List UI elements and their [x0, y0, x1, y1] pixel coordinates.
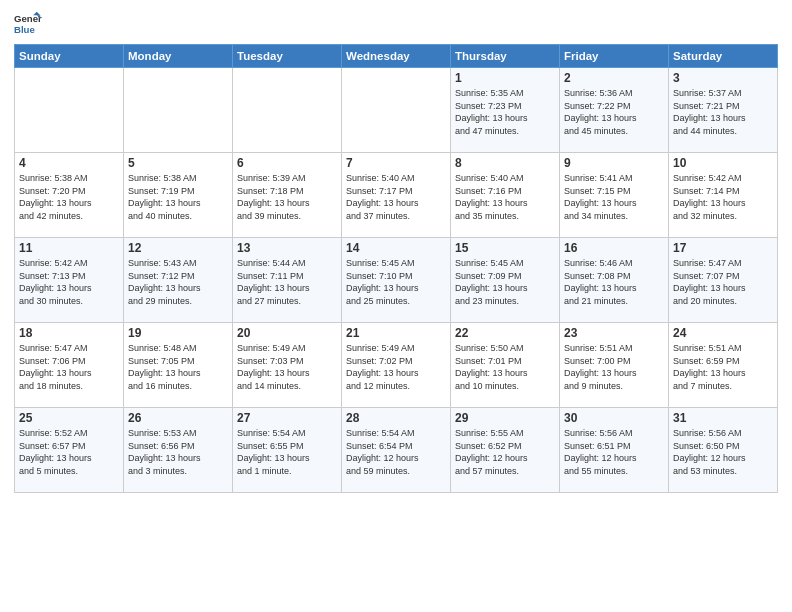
- day-info: Daylight: 13 hours: [128, 367, 228, 380]
- day-info: Sunset: 7:13 PM: [19, 270, 119, 283]
- day-cell: 16Sunrise: 5:46 AMSunset: 7:08 PMDayligh…: [560, 238, 669, 323]
- day-number: 18: [19, 326, 119, 340]
- day-info: Daylight: 13 hours: [346, 282, 446, 295]
- day-cell: [124, 68, 233, 153]
- day-cell: 5Sunrise: 5:38 AMSunset: 7:19 PMDaylight…: [124, 153, 233, 238]
- day-number: 2: [564, 71, 664, 85]
- day-info: and 34 minutes.: [564, 210, 664, 223]
- day-info: and 59 minutes.: [346, 465, 446, 478]
- day-info: and 29 minutes.: [128, 295, 228, 308]
- day-info: and 30 minutes.: [19, 295, 119, 308]
- day-number: 22: [455, 326, 555, 340]
- day-info: Daylight: 13 hours: [564, 197, 664, 210]
- day-info: Sunset: 7:06 PM: [19, 355, 119, 368]
- day-number: 10: [673, 156, 773, 170]
- day-info: Sunrise: 5:39 AM: [237, 172, 337, 185]
- day-cell: 19Sunrise: 5:48 AMSunset: 7:05 PMDayligh…: [124, 323, 233, 408]
- page-container: General Blue SundayMondayTuesdayWednesda…: [0, 0, 792, 612]
- day-info: Sunrise: 5:51 AM: [673, 342, 773, 355]
- day-info: Sunrise: 5:55 AM: [455, 427, 555, 440]
- day-cell: [342, 68, 451, 153]
- week-row-5: 25Sunrise: 5:52 AMSunset: 6:57 PMDayligh…: [15, 408, 778, 493]
- day-info: Sunrise: 5:56 AM: [673, 427, 773, 440]
- day-cell: 20Sunrise: 5:49 AMSunset: 7:03 PMDayligh…: [233, 323, 342, 408]
- day-info: and 23 minutes.: [455, 295, 555, 308]
- day-info: Sunset: 7:05 PM: [128, 355, 228, 368]
- day-info: and 3 minutes.: [128, 465, 228, 478]
- day-info: Sunrise: 5:38 AM: [19, 172, 119, 185]
- day-info: Daylight: 13 hours: [564, 112, 664, 125]
- day-info: Sunrise: 5:45 AM: [455, 257, 555, 270]
- col-header-thursday: Thursday: [451, 45, 560, 68]
- day-info: Sunset: 6:55 PM: [237, 440, 337, 453]
- day-info: Sunset: 7:02 PM: [346, 355, 446, 368]
- day-info: Sunrise: 5:38 AM: [128, 172, 228, 185]
- day-number: 28: [346, 411, 446, 425]
- day-info: Sunset: 7:17 PM: [346, 185, 446, 198]
- day-info: Sunrise: 5:48 AM: [128, 342, 228, 355]
- day-info: Sunset: 6:51 PM: [564, 440, 664, 453]
- day-info: and 57 minutes.: [455, 465, 555, 478]
- col-header-saturday: Saturday: [669, 45, 778, 68]
- day-info: Daylight: 13 hours: [673, 112, 773, 125]
- day-number: 20: [237, 326, 337, 340]
- day-number: 23: [564, 326, 664, 340]
- day-number: 8: [455, 156, 555, 170]
- day-info: and 27 minutes.: [237, 295, 337, 308]
- day-cell: 10Sunrise: 5:42 AMSunset: 7:14 PMDayligh…: [669, 153, 778, 238]
- day-number: 5: [128, 156, 228, 170]
- day-cell: 18Sunrise: 5:47 AMSunset: 7:06 PMDayligh…: [15, 323, 124, 408]
- day-number: 6: [237, 156, 337, 170]
- day-info: Daylight: 13 hours: [564, 367, 664, 380]
- day-info: and 14 minutes.: [237, 380, 337, 393]
- day-info: Sunrise: 5:49 AM: [346, 342, 446, 355]
- day-cell: 6Sunrise: 5:39 AMSunset: 7:18 PMDaylight…: [233, 153, 342, 238]
- day-cell: 31Sunrise: 5:56 AMSunset: 6:50 PMDayligh…: [669, 408, 778, 493]
- day-info: Sunset: 7:12 PM: [128, 270, 228, 283]
- day-cell: 4Sunrise: 5:38 AMSunset: 7:20 PMDaylight…: [15, 153, 124, 238]
- day-info: Sunrise: 5:37 AM: [673, 87, 773, 100]
- day-cell: 15Sunrise: 5:45 AMSunset: 7:09 PMDayligh…: [451, 238, 560, 323]
- day-info: Sunrise: 5:52 AM: [19, 427, 119, 440]
- day-info: Sunset: 6:56 PM: [128, 440, 228, 453]
- day-info: Sunrise: 5:42 AM: [19, 257, 119, 270]
- day-info: Sunset: 7:19 PM: [128, 185, 228, 198]
- day-info: and 20 minutes.: [673, 295, 773, 308]
- day-cell: 27Sunrise: 5:54 AMSunset: 6:55 PMDayligh…: [233, 408, 342, 493]
- day-info: Sunset: 7:16 PM: [455, 185, 555, 198]
- col-header-tuesday: Tuesday: [233, 45, 342, 68]
- day-info: Daylight: 12 hours: [346, 452, 446, 465]
- day-info: Daylight: 12 hours: [455, 452, 555, 465]
- day-info: Sunset: 7:01 PM: [455, 355, 555, 368]
- day-info: Daylight: 13 hours: [673, 282, 773, 295]
- header: General Blue: [14, 10, 778, 38]
- day-info: Sunset: 7:18 PM: [237, 185, 337, 198]
- day-cell: 24Sunrise: 5:51 AMSunset: 6:59 PMDayligh…: [669, 323, 778, 408]
- day-info: Sunset: 7:20 PM: [19, 185, 119, 198]
- day-info: and 16 minutes.: [128, 380, 228, 393]
- day-cell: 29Sunrise: 5:55 AMSunset: 6:52 PMDayligh…: [451, 408, 560, 493]
- day-info: and 47 minutes.: [455, 125, 555, 138]
- week-row-2: 4Sunrise: 5:38 AMSunset: 7:20 PMDaylight…: [15, 153, 778, 238]
- day-info: Daylight: 13 hours: [19, 367, 119, 380]
- day-info: Sunset: 6:50 PM: [673, 440, 773, 453]
- calendar-table: SundayMondayTuesdayWednesdayThursdayFrid…: [14, 44, 778, 493]
- day-cell: 12Sunrise: 5:43 AMSunset: 7:12 PMDayligh…: [124, 238, 233, 323]
- day-number: 4: [19, 156, 119, 170]
- day-info: Sunrise: 5:45 AM: [346, 257, 446, 270]
- day-info: Sunrise: 5:46 AM: [564, 257, 664, 270]
- day-cell: 26Sunrise: 5:53 AMSunset: 6:56 PMDayligh…: [124, 408, 233, 493]
- day-info: Sunrise: 5:44 AM: [237, 257, 337, 270]
- day-info: Daylight: 13 hours: [455, 112, 555, 125]
- day-info: Sunset: 7:14 PM: [673, 185, 773, 198]
- day-info: and 21 minutes.: [564, 295, 664, 308]
- day-info: Sunset: 6:59 PM: [673, 355, 773, 368]
- day-info: and 18 minutes.: [19, 380, 119, 393]
- day-number: 16: [564, 241, 664, 255]
- day-cell: 14Sunrise: 5:45 AMSunset: 7:10 PMDayligh…: [342, 238, 451, 323]
- day-info: Sunrise: 5:42 AM: [673, 172, 773, 185]
- week-row-4: 18Sunrise: 5:47 AMSunset: 7:06 PMDayligh…: [15, 323, 778, 408]
- day-info: Sunset: 7:23 PM: [455, 100, 555, 113]
- day-info: and 7 minutes.: [673, 380, 773, 393]
- day-number: 31: [673, 411, 773, 425]
